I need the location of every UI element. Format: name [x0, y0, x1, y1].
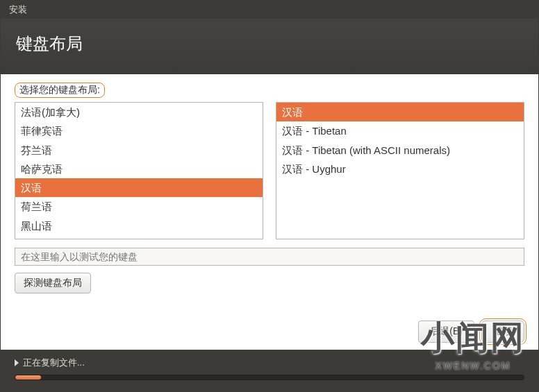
keyboard-test-input[interactable] [15, 248, 524, 266]
language-item[interactable]: 黑山语 [15, 216, 263, 235]
status-row[interactable]: 正在复制文件... [15, 357, 524, 369]
variant-item[interactable]: 汉语 - Tibetan [276, 121, 524, 140]
language-item[interactable]: 芬兰语 [15, 141, 263, 160]
installer-window: 安装 键盘布局 选择您的键盘布局: 法语(加拿大)菲律宾语芬兰语哈萨克语汉语荷兰… [0, 0, 539, 392]
titlebar-text: 安装 [9, 4, 27, 15]
progress-bar [15, 375, 524, 380]
variant-listbox[interactable]: 汉语汉语 - Tibetan汉语 - Tibetan (with ASCII n… [276, 102, 524, 239]
section-label: 选择您的键盘布局: [15, 83, 105, 98]
language-item[interactable]: 汉语 [15, 178, 263, 197]
language-item[interactable]: 加泰罗尼亚语 [15, 235, 263, 239]
language-item[interactable]: 荷兰语 [15, 197, 263, 216]
nav-buttons: 后退(B) 继续 [15, 308, 524, 343]
language-item[interactable]: 法语(加拿大) [15, 103, 263, 121]
content-area: 选择您的键盘布局: 法语(加拿大)菲律宾语芬兰语哈萨克语汉语荷兰语黑山语加泰罗尼… [1, 74, 538, 350]
layout-lists: 法语(加拿大)菲律宾语芬兰语哈萨克语汉语荷兰语黑山语加泰罗尼亚语捷克 汉语汉语 … [15, 102, 524, 239]
progress-fill [15, 375, 41, 380]
expand-icon [15, 359, 19, 366]
variant-item[interactable]: 汉语 - Tibetan (with ASCII numerals) [276, 141, 524, 160]
detect-layout-button[interactable]: 探测键盘布局 [15, 273, 91, 293]
titlebar: 安装 [1, 1, 538, 19]
footer: 正在复制文件... [1, 350, 538, 391]
page-title: 键盘布局 [16, 34, 83, 53]
language-item[interactable]: 哈萨克语 [15, 160, 263, 178]
page-header: 键盘布局 [1, 19, 538, 74]
variant-item[interactable]: 汉语 [276, 103, 524, 121]
language-listbox[interactable]: 法语(加拿大)菲律宾语芬兰语哈萨克语汉语荷兰语黑山语加泰罗尼亚语捷克 [15, 102, 263, 239]
back-button[interactable]: 后退(B) [418, 321, 474, 343]
continue-button[interactable]: 继续 [481, 321, 524, 343]
variant-item[interactable]: 汉语 - Uyghur [276, 160, 524, 178]
status-text: 正在复制文件... [23, 357, 85, 369]
language-item[interactable]: 菲律宾语 [15, 121, 263, 140]
